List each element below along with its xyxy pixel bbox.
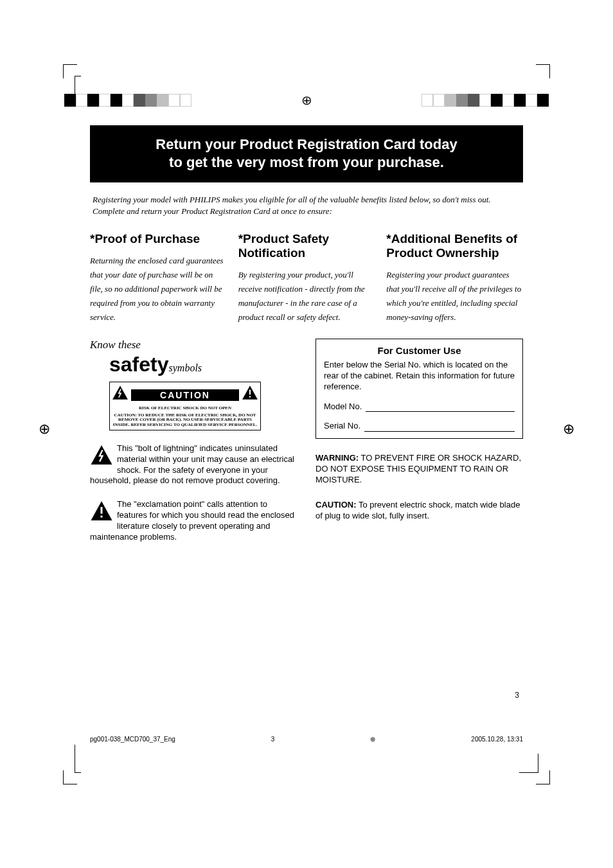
column-body: Registering your product guarantees that… bbox=[386, 268, 523, 324]
crop-mark bbox=[524, 64, 550, 90]
registration-cross-icon: ⊕ bbox=[563, 421, 574, 438]
footer-filename: pg001-038_MCD700_37_Eng bbox=[90, 736, 175, 743]
caution-label-box: CAUTION RISK OF ELECTRIC SHOCK DO NOT OP… bbox=[109, 382, 261, 430]
column-body: By registering your product, you'll rece… bbox=[238, 268, 375, 324]
safety-word: safety bbox=[109, 353, 169, 376]
banner-line-1: Return your Product Registration Card to… bbox=[109, 136, 504, 154]
svg-rect-3 bbox=[249, 396, 251, 398]
registration-banner: Return your Product Registration Card to… bbox=[90, 125, 523, 182]
model-no-label: Model No. bbox=[324, 402, 362, 412]
crop-mark bbox=[519, 754, 538, 773]
column-proof-of-purchase: *Proof of Purchase Returning the enclose… bbox=[90, 232, 227, 324]
caution-label: CAUTION: bbox=[315, 500, 357, 509]
customer-use-box: For Customer Use Enter below the Serial … bbox=[315, 339, 523, 439]
serial-no-label: Serial No. bbox=[324, 421, 360, 432]
safety-title: safetysymbols bbox=[109, 353, 298, 376]
registration-cross-icon: ⊕ bbox=[370, 736, 375, 743]
serial-no-blank-line bbox=[364, 423, 515, 432]
model-no-field: Model No. bbox=[324, 402, 515, 412]
warning-block: WARNING: TO PREVENT FIRE OR SHOCK HAZARD… bbox=[315, 453, 523, 486]
lightning-triangle-icon bbox=[112, 384, 129, 405]
safety-symbols-section: Know these safetysymbols CAUTION RISK OF… bbox=[90, 339, 298, 543]
banner-line-2: to get the very most from your purchase. bbox=[109, 154, 504, 172]
column-additional-benefits: *Additional Benefits of Product Ownershi… bbox=[386, 232, 523, 324]
bolt-paragraph: This "bolt of lightning" indicates unins… bbox=[90, 443, 298, 487]
column-safety-notification: *Product Safety Notification By register… bbox=[238, 232, 375, 324]
print-footer: pg001-038_MCD700_37_Eng 3 ⊕ 2005.10.28, … bbox=[90, 736, 523, 743]
column-heading: *Additional Benefits of Product Ownershi… bbox=[386, 232, 523, 260]
customer-use-heading: For Customer Use bbox=[324, 344, 515, 357]
know-these-label: Know these bbox=[90, 339, 298, 351]
benefits-columns: *Proof of Purchase Returning the enclose… bbox=[90, 232, 523, 324]
symbols-word: symbols bbox=[169, 362, 202, 373]
warning-label: WARNING: bbox=[315, 453, 359, 463]
svg-marker-4 bbox=[91, 445, 112, 465]
caution-fine-print: CAUTION: TO REDUCE THE RISK OF ELECTRIC … bbox=[112, 413, 258, 428]
registration-cross-icon: ⊕ bbox=[39, 421, 50, 438]
customer-use-body: Enter below the Serial No. which is loca… bbox=[324, 360, 515, 393]
lightning-triangle-icon bbox=[90, 443, 113, 469]
crop-mark bbox=[75, 745, 81, 773]
svg-rect-6 bbox=[101, 507, 103, 514]
model-no-blank-line bbox=[366, 403, 515, 412]
caution-risk-text: RISK OF ELECTRIC SHOCK DO NOT OPEN bbox=[112, 406, 258, 411]
column-body: Returning the enclosed card guarantees t… bbox=[90, 254, 227, 324]
serial-no-field: Serial No. bbox=[324, 421, 515, 432]
svg-rect-7 bbox=[101, 516, 103, 518]
exclamation-triangle-icon bbox=[242, 384, 258, 405]
footer-page: 3 bbox=[271, 736, 275, 743]
svg-marker-0 bbox=[112, 386, 128, 400]
caution-word: CAUTION bbox=[131, 389, 239, 401]
exclamation-triangle-icon bbox=[90, 499, 113, 525]
registration-cross-icon: ⊕ bbox=[301, 94, 312, 107]
column-heading: *Product Safety Notification bbox=[238, 232, 375, 260]
footer-date: 2005.10.28, 13:31 bbox=[471, 736, 523, 743]
column-heading: *Proof of Purchase bbox=[90, 232, 227, 246]
caution-plug-block: CAUTION: To prevent electric shock, matc… bbox=[315, 500, 523, 522]
exclamation-paragraph: The "exclamation point" calls attention … bbox=[90, 499, 298, 543]
intro-paragraph: Registering your model with PHILIPS make… bbox=[93, 194, 520, 217]
color-registration-bar: ⊕ bbox=[0, 94, 613, 107]
svg-rect-2 bbox=[249, 390, 251, 395]
page-number: 3 bbox=[515, 691, 519, 700]
